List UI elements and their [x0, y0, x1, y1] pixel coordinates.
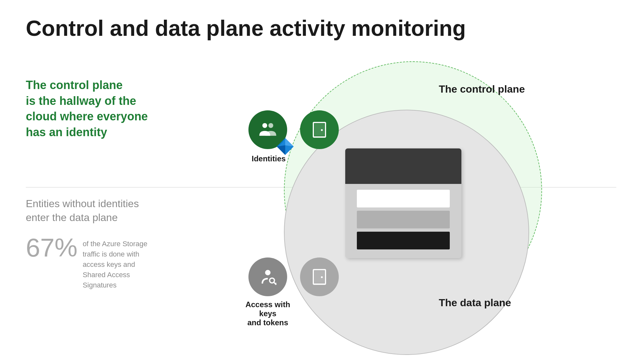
svg-point-9	[265, 270, 271, 275]
svg-point-16	[321, 276, 323, 278]
keys-icon	[258, 267, 277, 287]
green-line1: The control plane	[26, 78, 123, 92]
green-line4: has an identity	[26, 126, 107, 139]
diagram-container: The control plane The data plane Identit…	[219, 65, 623, 329]
stat-number: 67%	[26, 235, 77, 261]
left-panel: The control plane is the hallway of the …	[26, 77, 194, 140]
identities-icon-circle	[248, 110, 287, 149]
svg-line-12	[275, 283, 276, 284]
svg-point-1	[268, 123, 273, 128]
svg-point-8	[321, 129, 323, 131]
control-plane-label: The control plane	[439, 83, 525, 95]
green-line3: cloud where everyone	[26, 110, 148, 123]
data-plane-label: The data plane	[439, 297, 511, 309]
stat-description: of the Azure Storage traffic is done wit…	[83, 235, 157, 290]
svg-marker-3	[285, 138, 294, 146]
data-plane-door-icon	[300, 257, 339, 296]
lower-left-panel: Entities without identities enter the da…	[26, 197, 206, 290]
green-description: The control plane is the hallway of the …	[26, 77, 194, 140]
control-plane-door-icon	[300, 110, 339, 149]
gray-line1: Entities without identities	[26, 198, 139, 209]
svg-rect-14	[315, 271, 324, 283]
entities-description: Entities without identities enter the da…	[26, 197, 206, 225]
svg-rect-6	[315, 124, 324, 136]
resource-box-top	[345, 148, 461, 184]
green-line2: is the hallway of the	[26, 94, 136, 107]
page-title: Control and data plane activity monitori…	[26, 15, 466, 41]
door-icon-gray	[310, 267, 329, 287]
keys-icon-circle	[248, 257, 287, 296]
resource-box-mid1	[357, 190, 450, 207]
keys-label-line1: Access with keys	[246, 300, 290, 318]
door-icon-green	[310, 120, 329, 139]
gray-line2: enter the data plane	[26, 212, 118, 223]
resource-box	[345, 148, 461, 258]
svg-point-0	[262, 123, 267, 128]
resource-box-bot	[357, 232, 450, 249]
people-icon	[258, 120, 277, 139]
identities-label: Identities	[252, 154, 284, 163]
stat-row: 67% of the Azure Storage traffic is done…	[26, 235, 206, 290]
keys-label: Access with keys and tokens	[245, 300, 290, 327]
svg-marker-4	[277, 145, 285, 155]
azure-icon	[276, 137, 285, 146]
resource-box-mid2	[357, 211, 450, 228]
keys-label-line2: and tokens	[247, 318, 288, 327]
